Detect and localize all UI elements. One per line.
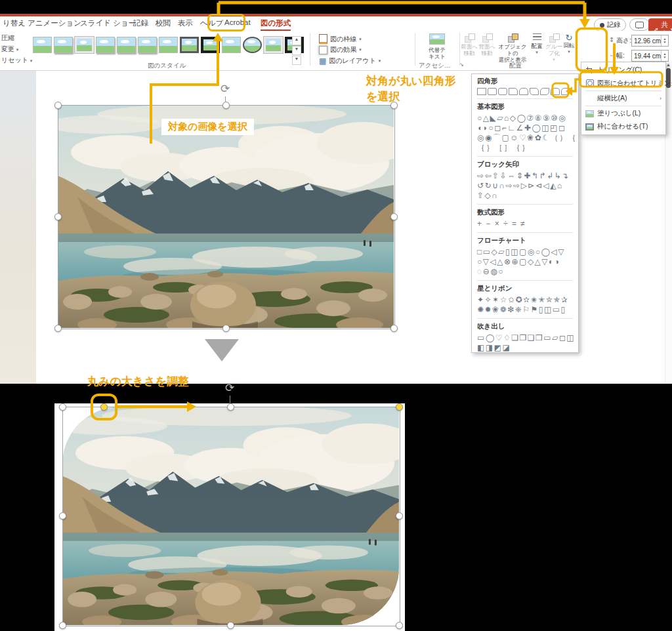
picture-style-thumbnail[interactable] — [222, 37, 241, 53]
tab-review[interactable]: 校閲 — [156, 18, 171, 28]
tab-record[interactable]: 記録 — [133, 18, 148, 28]
shape-row[interactable]: ｛｝［］｛｝ — [477, 143, 573, 153]
picture-style-thumbnail[interactable] — [243, 37, 262, 53]
picture-style-thumbnail[interactable] — [54, 37, 73, 53]
shape-row[interactable]: ◎◉⌒▢☺♡❀✿☾（）｛ — [477, 133, 573, 143]
menu-item-fill[interactable]: 塗りつぶし(L) — [581, 107, 665, 120]
send-backward-button[interactable]: 背面へ移動 — [478, 33, 495, 56]
tab-picture-format[interactable]: 図の形式 — [261, 18, 291, 31]
shape-snip-corner[interactable] — [509, 88, 518, 95]
shape-snip-same-side[interactable] — [519, 88, 528, 95]
resize-handle[interactable] — [222, 102, 230, 109]
shape-round-diagonal-corner[interactable] — [561, 88, 570, 95]
width-spinner[interactable]: ▲▼ — [661, 51, 668, 61]
tab-help[interactable]: ヘルプ — [200, 18, 223, 28]
tab-acrobat[interactable]: Acrobat — [224, 18, 251, 26]
resize-handle[interactable] — [59, 622, 66, 629]
picture-style-thumbnail[interactable] — [117, 37, 136, 53]
align-button[interactable]: 配置▾ — [529, 33, 545, 56]
resize-handle[interactable] — [396, 622, 403, 629]
shape-rounded-rectangle[interactable] — [488, 88, 497, 95]
alt-text-button[interactable]: 代替テキスト — [420, 33, 454, 60]
shape-rectangle[interactable] — [477, 88, 486, 95]
dialog-launcher-icon[interactable]: ↘ — [459, 62, 464, 68]
gallery-scroll-up-icon[interactable]: ▲ — [292, 36, 301, 45]
scroll-up-icon[interactable]: ▲ — [666, 62, 671, 67]
shape-row[interactable]: + − × ÷ = ≠ — [477, 219, 573, 229]
picture-style-thumbnail[interactable] — [96, 37, 115, 53]
shape-row[interactable]: ◧◨◩◪ — [477, 343, 573, 353]
section-equation-shapes: 数式図形 — [477, 208, 573, 217]
selection-pane-button[interactable]: オブジェクトの選択と表示 — [495, 33, 530, 63]
menu-item-fit[interactable]: 枠に合わせる(T) — [581, 120, 665, 133]
menu-item-crop[interactable]: トリミング(C) — [581, 64, 665, 77]
resize-handle[interactable] — [390, 325, 398, 332]
shape-row[interactable]: ✦✧✶☆✩✪✫✬✭✮✯✰ — [477, 295, 573, 305]
shape-row[interactable]: ○△◣▱⌂◇◯⑦⑧⑨⑩◎ — [477, 113, 573, 123]
slide-thumbnail-pane[interactable] — [0, 71, 37, 384]
resize-handle[interactable] — [59, 403, 66, 411]
compress-picture-button[interactable]: 圧縮 — [1, 33, 14, 43]
picture-style-thumbnail[interactable] — [75, 37, 94, 53]
gallery-more-icon[interactable]: ▼ — [292, 56, 301, 65]
comments-button[interactable] — [629, 18, 650, 31]
resize-handle[interactable] — [396, 512, 403, 519]
shape-round-snip[interactable] — [540, 88, 549, 95]
rotate-handle[interactable]: ⟳ — [220, 84, 230, 94]
picture-style-thumbnail[interactable] — [33, 37, 52, 53]
menu-item-aspect-ratio[interactable]: 縦横比(A) › — [581, 92, 665, 105]
resize-handle[interactable] — [54, 325, 62, 332]
shape-row[interactable]: □▭◇▱▯◫▢◎○◯◁▽ — [477, 247, 573, 257]
shape-row[interactable]: ↺↻∪∩⇨⇨▷⊳⊲◁◭⌂ — [477, 181, 573, 191]
shape-rounded-rectangle-2[interactable] — [498, 88, 507, 95]
resize-handle[interactable] — [54, 102, 62, 109]
height-spinner[interactable]: ▲▼ — [661, 35, 668, 46]
picture-effects-icon — [319, 46, 327, 54]
resize-handle[interactable] — [222, 325, 230, 332]
reset-picture-button[interactable]: リセット ▾ — [1, 56, 32, 65]
shape-row[interactable]: ⇨⇦⇧⇩⇔⇕✚↰↱↲↳↴ — [477, 171, 573, 181]
resize-handle[interactable] — [227, 403, 234, 411]
align-icon — [533, 33, 541, 41]
shape-row[interactable]: ▭◯♡♢❏❐❑❒▭▱◻◫ — [477, 333, 573, 343]
shape-round-same-side[interactable] — [551, 88, 560, 95]
shape-row[interactable]: ✺✹❀❁❇❈⚐⚑▯◫▭▯ — [477, 305, 573, 315]
picture-border-button[interactable]: 図の枠線▾ — [319, 34, 362, 44]
height-icon: ⇕ — [609, 36, 614, 43]
shape-row[interactable]: ○▽◁△⊗⊕▢◇△▽◐◑ — [477, 257, 573, 267]
height-label: 高さ: — [616, 36, 631, 45]
resize-handle[interactable] — [390, 213, 398, 220]
width-field[interactable]: 19.44 cm ▲▼ — [631, 50, 669, 62]
roundness-adjust-handle[interactable] — [100, 403, 108, 411]
picture-effects-button[interactable]: 図の効果▾ — [319, 45, 362, 54]
tab-slideshow[interactable]: スライド ショー — [80, 18, 136, 28]
tab-view[interactable]: 表示 — [178, 18, 193, 28]
comment-icon — [635, 22, 644, 28]
picture-style-thumbnail[interactable] — [138, 37, 157, 53]
tab-animations[interactable]: アニメーション — [28, 18, 81, 28]
resize-handle[interactable] — [227, 622, 234, 629]
shape-row[interactable]: ◌⊖◍○ — [477, 267, 573, 277]
height-field[interactable]: 12.96 cm ▲▼ — [631, 35, 669, 47]
picture-style-thumbnail[interactable] — [180, 37, 199, 53]
ribbon: 圧縮 変更 ▾ リセット ▾ ▲ ▼ ▼ 図のスタイル 図の枠線▾ — [0, 31, 672, 71]
resize-handle[interactable] — [54, 213, 62, 220]
record-button[interactable]: 記録 — [594, 18, 626, 31]
shape-row[interactable]: ⇧◇∩ — [477, 191, 573, 201]
shape-row[interactable]: ◖◗○◻⌐∟∠✚◯◫◰◻ — [477, 123, 573, 133]
picture-style-thumbnail[interactable] — [201, 37, 220, 53]
rotate-button[interactable]: ↻ 回転▾ — [562, 33, 576, 55]
gallery-scroll-down-icon[interactable]: ▼ — [292, 46, 301, 55]
tab-transitions[interactable]: り替え — [3, 18, 26, 28]
picture-style-thumbnail[interactable] — [159, 37, 178, 53]
roundness-adjust-handle[interactable] — [396, 403, 403, 411]
crop-icon — [586, 67, 593, 74]
resize-handle[interactable] — [59, 512, 66, 519]
rotate-handle[interactable]: ⟳ — [225, 383, 234, 394]
change-picture-button[interactable]: 変更 ▾ — [1, 45, 18, 54]
picture-style-thumbnail[interactable] — [264, 37, 283, 53]
picture-layout-button[interactable]: ▦ 図のレイアウト▾ — [319, 56, 381, 66]
menu-item-crop-to-shape[interactable]: 図形に合わせてトリミング(S) › — [581, 77, 665, 90]
shape-snip-diagonal[interactable] — [530, 88, 539, 95]
bring-forward-button[interactable]: 前面へ移動 — [461, 33, 478, 56]
